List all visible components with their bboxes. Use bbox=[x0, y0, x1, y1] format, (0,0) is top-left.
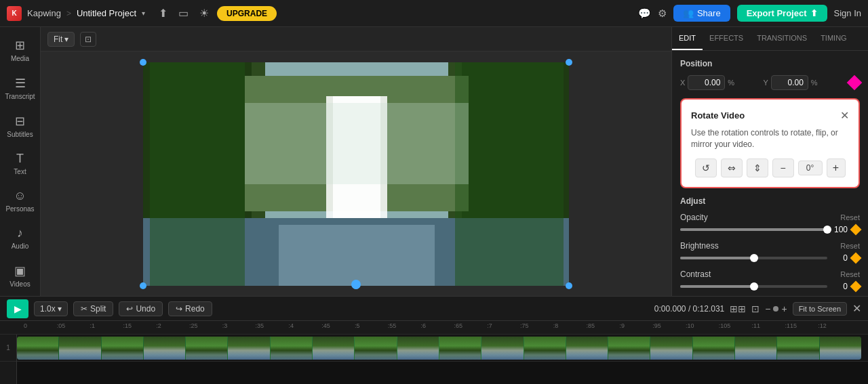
timeline-fit-button[interactable]: ⊡ bbox=[751, 303, 760, 314]
redo-label: Redo bbox=[185, 304, 205, 314]
clip-frame bbox=[693, 337, 734, 360]
upgrade-button[interactable]: UPGRADE bbox=[217, 6, 277, 21]
project-name[interactable]: Untitled Project bbox=[77, 8, 136, 18]
flip-horizontal-button[interactable]: ⇔ bbox=[721, 158, 743, 177]
rotate-video-tooltip: Rotate Video ✕ Use the rotation controls… bbox=[680, 98, 860, 188]
tooltip-close-button[interactable]: ✕ bbox=[840, 109, 849, 122]
clip-frame bbox=[271, 337, 312, 360]
sidebar-item-videos[interactable]: ▣ Videos bbox=[0, 258, 40, 293]
export-button[interactable]: Export Project ⬆ bbox=[737, 5, 827, 22]
sidebar-item-media[interactable]: ⊞ Media bbox=[0, 33, 40, 68]
rotate-controls: ↺ ⇔ ⇕ − 0° + bbox=[691, 158, 849, 177]
videos-icon: ▣ bbox=[14, 263, 26, 278]
rotate-minus-button[interactable]: − bbox=[772, 158, 794, 177]
sidebar-label-videos: Videos bbox=[9, 280, 30, 288]
ruler-mark-1: :1 bbox=[90, 322, 96, 329]
zoom-out-button[interactable]: − bbox=[765, 303, 770, 314]
sidebar-item-personas[interactable]: ☺ Personas bbox=[0, 184, 40, 218]
zoom-slider-thumb[interactable] bbox=[773, 306, 778, 312]
play-button[interactable]: ▶ bbox=[7, 299, 28, 318]
opacity-keyframe-diamond[interactable] bbox=[850, 223, 862, 235]
video-clip[interactable] bbox=[17, 337, 861, 360]
tab-transitions[interactable]: TRANSITIONS bbox=[750, 27, 814, 50]
track-lane-1[interactable] bbox=[17, 335, 868, 362]
share-button[interactable]: 👥 Share bbox=[673, 5, 730, 22]
clip-frame bbox=[524, 337, 566, 360]
clip-frame bbox=[313, 337, 354, 360]
split-label: Split bbox=[90, 304, 106, 314]
fit-to-screen-button[interactable]: Fit to Screen bbox=[793, 302, 847, 316]
logo-icon: K bbox=[7, 6, 22, 21]
position-row: X % Y % bbox=[680, 75, 860, 90]
redo-button[interactable]: ↪ Redo bbox=[168, 301, 212, 316]
handle-bottom-right[interactable] bbox=[566, 282, 572, 289]
ruler-mark-8: :8 bbox=[553, 322, 559, 329]
ruler-mark-15: :15 bbox=[123, 322, 132, 329]
sidebar-item-transcript[interactable]: ☰ Transcript bbox=[0, 70, 40, 106]
close-timeline-button[interactable]: ✕ bbox=[852, 302, 861, 315]
sidebar-item-text[interactable]: T Text bbox=[0, 146, 40, 181]
rotate-ccw-button[interactable]: ↺ bbox=[695, 158, 717, 177]
playhead[interactable] bbox=[351, 280, 361, 289]
sidebar-item-audio[interactable]: ♪ Audio bbox=[0, 221, 40, 255]
current-time: 0:00.000 bbox=[654, 304, 686, 314]
x-unit: % bbox=[728, 79, 734, 87]
timeline-tracks: 1 bbox=[0, 335, 868, 384]
brightness-keyframe-diamond[interactable] bbox=[850, 252, 862, 263]
topbar: K Kapwing > Untitled Project ▾ ⬆ ▭ ☀ UPG… bbox=[0, 0, 868, 27]
video-container[interactable] bbox=[143, 62, 569, 286]
handle-top-left[interactable] bbox=[140, 59, 146, 66]
brightness-slider-thumb[interactable] bbox=[750, 254, 758, 262]
total-time: 0:12.031 bbox=[693, 304, 725, 314]
contrast-value: 0 bbox=[831, 282, 848, 291]
share-upload-icon[interactable]: ⬆ bbox=[156, 4, 170, 22]
y-input[interactable] bbox=[771, 75, 808, 90]
contrast-slider-thumb[interactable] bbox=[750, 282, 758, 291]
share-people-icon: 👥 bbox=[683, 8, 694, 18]
sidebar-label-media: Media bbox=[11, 55, 29, 62]
timeline-snap-button[interactable]: ⊞⊞ bbox=[730, 303, 746, 314]
position-keyframe-diamond[interactable] bbox=[847, 75, 863, 91]
x-input[interactable] bbox=[688, 75, 725, 90]
comment-icon[interactable]: 💬 bbox=[638, 7, 651, 20]
opacity-slider-thumb[interactable] bbox=[823, 226, 831, 234]
rotate-plus-button[interactable]: + bbox=[827, 158, 846, 177]
contrast-keyframe-diamond[interactable] bbox=[850, 280, 862, 292]
zoom-in-button[interactable]: + bbox=[781, 303, 787, 314]
speed-button[interactable]: 1.0x ▾ bbox=[34, 301, 68, 316]
settings-icon[interactable]: ⚙ bbox=[658, 7, 667, 20]
tab-edit[interactable]: EDIT bbox=[672, 27, 703, 50]
brand-name: Kapwing bbox=[27, 8, 61, 18]
sidebar-item-subtitles[interactable]: ⊟ Subtitles bbox=[0, 108, 40, 144]
ruler-mark-25: :25 bbox=[189, 322, 198, 329]
text-icon: T bbox=[16, 152, 24, 166]
timeline-ruler: 0 :05 :1 :15 :2 :25 :3 :35 :4 :45 :5 :55… bbox=[0, 321, 868, 335]
position-section-title: Position bbox=[680, 59, 860, 68]
handle-top-right[interactable] bbox=[566, 59, 572, 66]
brightness-icon[interactable]: ☀ bbox=[197, 4, 212, 22]
video-preview bbox=[143, 62, 569, 286]
topbar-actions: ⬆ ▭ ☀ UPGRADE bbox=[156, 4, 277, 22]
fit-dropdown[interactable]: Fit ▾ bbox=[47, 32, 75, 47]
panel-tabs: EDIT EFFECTS TRANSITIONS TIMING bbox=[672, 27, 868, 51]
opacity-value-row: 100 bbox=[680, 225, 860, 234]
split-button[interactable]: ✂ Split bbox=[73, 301, 113, 316]
brightness-reset[interactable]: Reset bbox=[840, 242, 860, 250]
project-chevron-icon[interactable]: ▾ bbox=[142, 9, 145, 17]
monitor-icon[interactable]: ▭ bbox=[176, 4, 191, 22]
signin-button[interactable]: Sign In bbox=[834, 8, 861, 18]
undo-button[interactable]: ↩ Undo bbox=[119, 301, 163, 316]
opacity-header: Opacity Reset bbox=[680, 213, 860, 222]
ruler-mark-65: :65 bbox=[454, 322, 462, 329]
opacity-slider-track bbox=[680, 228, 827, 231]
zoom-slider-container: − + bbox=[765, 303, 787, 314]
tab-timing[interactable]: TIMING bbox=[814, 27, 854, 50]
tab-effects[interactable]: EFFECTS bbox=[703, 27, 750, 50]
clip-frame bbox=[777, 337, 818, 360]
opacity-reset[interactable]: Reset bbox=[840, 213, 860, 221]
ruler-mark-85: :85 bbox=[587, 322, 595, 329]
flip-vertical-button[interactable]: ⇕ bbox=[747, 158, 768, 177]
lock-aspect-button[interactable]: ⊡ bbox=[80, 32, 96, 47]
handle-bottom-left[interactable] bbox=[140, 282, 146, 289]
contrast-reset[interactable]: Reset bbox=[840, 270, 860, 278]
